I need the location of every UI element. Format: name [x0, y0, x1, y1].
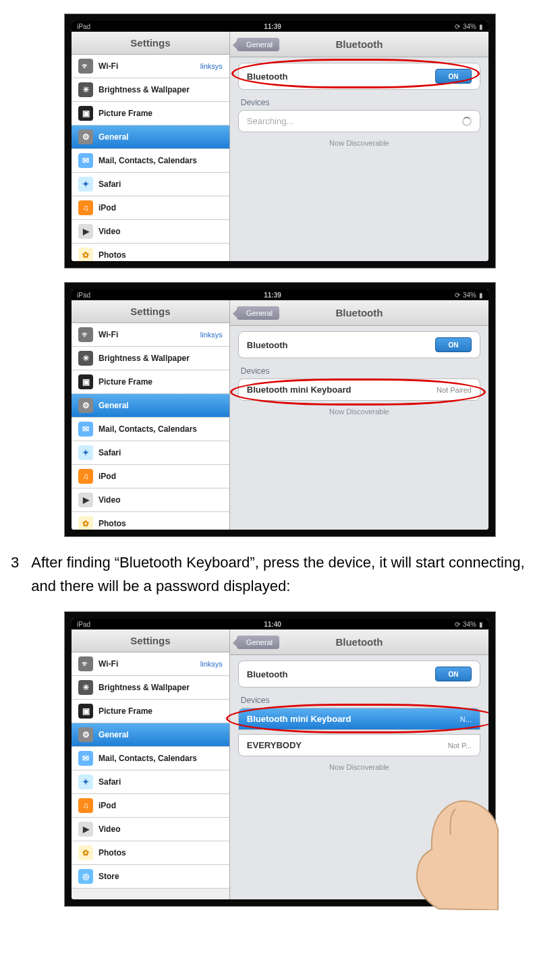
device-row-keyboard[interactable]: Bluetooth mini Keyboard N...	[238, 708, 480, 730]
sidebar-item-label: Brightness & Wallpaper	[99, 354, 190, 363]
sidebar-item-ipod[interactable]: ♫iPod	[72, 196, 229, 220]
sidebar-item-wifi[interactable]: ᯤWi-Filinksys	[72, 652, 229, 676]
back-button[interactable]: General	[237, 38, 279, 51]
settings-sidebar: Settings ᯤWi-Filinksys ☀Brightness & Wal…	[72, 300, 230, 530]
sidebar-item-mail[interactable]: ✉Mail, Contacts, Calendars	[72, 747, 229, 770]
main-header: General Bluetooth	[230, 629, 488, 655]
sidebar-item-label: Mail, Contacts, Calendars	[99, 156, 197, 165]
video-icon: ▶	[78, 493, 93, 507]
sidebar-item-label: General	[99, 730, 129, 739]
sidebar-item-general[interactable]: ⚙General	[72, 723, 229, 747]
settings-sidebar: Settings ᯤWi-Filinksys ☀Brightness & Wal…	[72, 629, 230, 899]
gear-icon: ⚙	[78, 727, 93, 742]
sidebar-item-label: Mail, Contacts, Calendars	[99, 754, 197, 763]
sidebar-item-photos[interactable]: ✿Photos	[72, 244, 229, 261]
toggle-on[interactable]: ON	[435, 69, 472, 84]
device-name: Bluetooth mini Keyboard	[247, 714, 352, 724]
ipod-icon: ♫	[78, 469, 93, 484]
sidebar-item-brightness[interactable]: ☀Brightness & Wallpaper	[72, 347, 229, 370]
bluetooth-toggle-row[interactable]: Bluetooth ON	[238, 331, 480, 358]
main-panel: General Bluetooth Bluetooth ON Devices B…	[230, 300, 488, 530]
sidebar-item-label: Wi-Fi	[99, 61, 118, 71]
sidebar-item-store[interactable]: ◎Store	[72, 865, 229, 889]
video-icon: ▶	[78, 822, 93, 837]
store-icon: ◎	[78, 869, 93, 884]
safari-icon: ✦	[78, 177, 93, 192]
sidebar-title: Settings	[72, 629, 229, 652]
toggle-on[interactable]: ON	[435, 337, 472, 352]
bluetooth-toggle-row[interactable]: Bluetooth ON	[238, 63, 480, 90]
sidebar-item-label: Safari	[99, 777, 121, 787]
sidebar-item-label: Brightness & Wallpaper	[99, 85, 190, 94]
wifi-network-name: linksys	[200, 62, 223, 70]
toggle-on[interactable]: ON	[435, 667, 472, 681]
lock-icon: ⟳	[455, 23, 460, 30]
sidebar-item-mail[interactable]: ✉Mail, Contacts, Calendars	[72, 149, 229, 173]
battery-pct: 34%	[463, 621, 476, 628]
picture-frame-icon: ▣	[78, 704, 93, 719]
sidebar-item-label: Safari	[99, 179, 121, 189]
sidebar-item-photos[interactable]: ✿Photos	[72, 841, 229, 865]
sidebar-item-brightness[interactable]: ☀Brightness & Wallpaper	[72, 676, 229, 700]
battery-pct: 34%	[463, 23, 476, 30]
sidebar-item-general[interactable]: ⚙General	[72, 125, 229, 149]
sidebar-item-picture-frame[interactable]: ▣Picture Frame	[72, 700, 229, 723]
bluetooth-label: Bluetooth	[247, 340, 288, 350]
searching-text: Searching...	[247, 116, 293, 126]
back-button[interactable]: General	[237, 636, 279, 649]
discoverable-text: Now Discoverable	[238, 405, 480, 421]
sidebar-item-video[interactable]: ▶Video	[72, 488, 229, 512]
wifi-network-name: linksys	[200, 660, 223, 668]
lock-icon: ⟳	[455, 621, 460, 628]
sidebar-item-mail[interactable]: ✉Mail, Contacts, Calendars	[72, 418, 229, 441]
device-row-everybody[interactable]: EVERYBODY Not P...	[238, 734, 480, 756]
sidebar-item-label: Brightness & Wallpaper	[99, 683, 190, 692]
sidebar-item-label: General	[99, 401, 129, 410]
safari-icon: ✦	[78, 775, 93, 789]
sidebar-item-wifi[interactable]: ᯤWi-Filinksys	[72, 323, 229, 347]
status-time: 11:39	[264, 23, 281, 30]
status-bar: iPad 11:39 ⟳34%▮	[72, 21, 488, 32]
gear-icon: ⚙	[78, 398, 93, 413]
devices-section-label: Devices	[238, 94, 480, 110]
sidebar-item-label: Photos	[99, 250, 126, 260]
sidebar-item-label: Video	[99, 227, 120, 236]
battery-icon: ▮	[479, 621, 483, 628]
sidebar-title: Settings	[72, 32, 229, 55]
sidebar-item-safari[interactable]: ✦Safari	[72, 173, 229, 196]
sidebar-item-safari[interactable]: ✦Safari	[72, 770, 229, 794]
sidebar-item-brightness[interactable]: ☀Brightness & Wallpaper	[72, 78, 229, 102]
ipad-frame: iPad 11:39 ⟳34%▮ Settings ᯤWi-Filinksys …	[72, 21, 488, 261]
sidebar-item-label: Picture Frame	[99, 706, 152, 716]
sidebar-item-photos[interactable]: ✿Photos	[72, 512, 229, 530]
device-status: Not P...	[448, 741, 472, 750]
brightness-icon: ☀	[78, 680, 93, 695]
picture-frame-icon: ▣	[78, 374, 93, 389]
back-button[interactable]: General	[237, 306, 279, 320]
ipod-icon: ♫	[78, 200, 93, 215]
sidebar-item-picture-frame[interactable]: ▣Picture Frame	[72, 370, 229, 394]
screenshot-3: iPad 11:40 ⟳34%▮ Settings ᯤWi-Filinksys …	[64, 611, 496, 907]
mail-icon: ✉	[78, 153, 93, 168]
sidebar-item-video[interactable]: ▶Video	[72, 818, 229, 841]
sidebar-item-general[interactable]: ⚙General	[72, 394, 229, 418]
bluetooth-toggle-row[interactable]: Bluetooth ON	[238, 661, 480, 688]
sidebar-item-wifi[interactable]: ᯤWi-Filinksys	[72, 55, 229, 78]
device-row-keyboard[interactable]: Bluetooth mini Keyboard Not Paired	[238, 378, 480, 401]
status-bar: iPad 11:40 ⟳34%▮	[72, 619, 488, 629]
main-header: General Bluetooth	[230, 300, 488, 326]
sidebar-item-safari[interactable]: ✦Safari	[72, 441, 229, 465]
devices-section-label: Devices	[238, 692, 480, 708]
sidebar-item-video[interactable]: ▶Video	[72, 220, 229, 244]
device-status: Not Paired	[437, 386, 472, 394]
sidebar-item-ipod[interactable]: ♫iPod	[72, 465, 229, 488]
sidebar-item-ipod[interactable]: ♫iPod	[72, 794, 229, 818]
sidebar-item-label: Video	[99, 824, 120, 834]
safari-icon: ✦	[78, 445, 93, 460]
ipod-icon: ♫	[78, 798, 93, 813]
bluetooth-label: Bluetooth	[247, 72, 288, 82]
discoverable-text: Now Discoverable	[238, 136, 480, 152]
sidebar-item-picture-frame[interactable]: ▣Picture Frame	[72, 102, 229, 125]
main-header: General Bluetooth	[230, 32, 488, 57]
sidebar-item-label: Wi-Fi	[99, 659, 118, 669]
